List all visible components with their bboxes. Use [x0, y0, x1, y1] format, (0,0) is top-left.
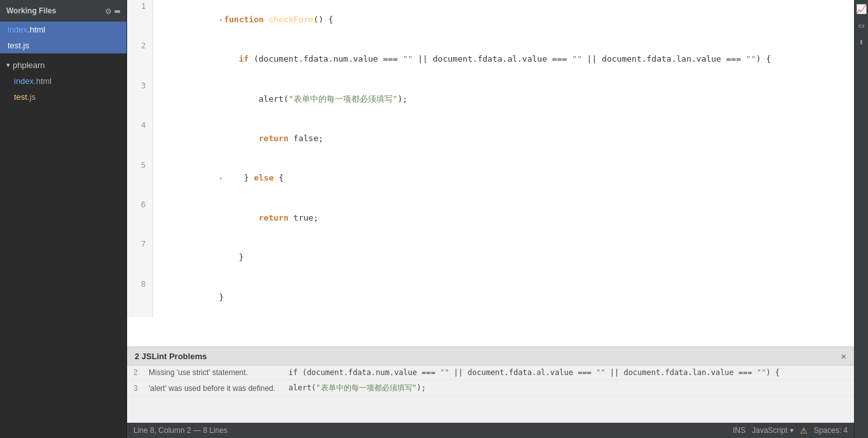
code-line-6: 6 return true;: [127, 198, 854, 238]
code-line-3: 3 alert("表单中的每一项都必须填写");: [127, 79, 854, 119]
code-line-5: 5 ▾ } else {: [127, 159, 854, 198]
problems-panel: 2 JSLint Problems ✕ 2 Missing 'use stric…: [127, 346, 854, 423]
problem-row-1: 2 Missing 'use strict' statement. if (do…: [127, 366, 854, 380]
folder-name: phplearn: [13, 60, 45, 70]
folder-label-phplearn[interactable]: ▾ phplearn: [0, 57, 126, 73]
folder-file-testjs[interactable]: test.js: [6, 89, 126, 105]
problems-header: 2 JSLint Problems ✕: [127, 347, 854, 366]
line-code-2: if (document.fdata.num.value === "" || d…: [153, 39, 854, 79]
line-num-6: 6: [127, 198, 153, 238]
file-name-testjs: test.js: [8, 41, 29, 50]
right-toolbar: 📈 ▭ ⬆: [854, 0, 868, 438]
status-left: Line 8, Column 2 — 8 Lines: [133, 426, 227, 435]
code-line-7: 7 }: [127, 238, 854, 277]
problem-code-2: alert("表单中的每一项都必须填写");: [288, 383, 426, 394]
toolbar-icon-upload[interactable]: ⬆: [857, 36, 865, 48]
folder-files: index.html test.js: [0, 73, 126, 105]
line-code-3: alert("表单中的每一项都必须填写");: [153, 79, 854, 119]
sidebar-header-icons: ⚙ ▬: [105, 6, 120, 16]
sidebar-header: Working Files ⚙ ▬: [0, 0, 126, 22]
folder-section: ▾ phplearn index.html test.js: [0, 57, 126, 105]
code-line-8: 8 }: [127, 278, 854, 317]
status-warning: ⚠: [800, 426, 808, 435]
line-code-8: }: [153, 278, 854, 317]
code-line-4: 4 return false;: [127, 119, 854, 158]
folder-file-index[interactable]: index.html: [6, 73, 126, 89]
problems-close-button[interactable]: ✕: [841, 351, 846, 361]
warning-icon: ⚠: [800, 426, 808, 435]
settings-icon[interactable]: ⚙: [105, 6, 111, 16]
folder-file-testjs-name: test: [14, 92, 27, 102]
status-spaces: Spaces: 4: [814, 426, 848, 435]
status-ins: INS: [733, 426, 745, 435]
code-table: 1 ▾function checkForm() { 2 if (document…: [127, 0, 854, 317]
line-num-5: 5: [127, 159, 153, 198]
fold-arrow-5[interactable]: ▾: [219, 175, 222, 182]
line-num-2: 2: [127, 39, 153, 79]
problem-code-1: if (document.fdata.num.value === "" || d…: [288, 368, 780, 377]
line-num-8: 8: [127, 278, 153, 317]
line-num-3: 3: [127, 79, 153, 119]
line-code-7: }: [153, 238, 854, 277]
code-line-1: 1 ▾function checkForm() {: [127, 0, 854, 39]
line-code-6: return true;: [153, 198, 854, 238]
sidebar: Working Files ⚙ ▬ index.html test.js ▾ p…: [0, 0, 127, 438]
file-name-index: index: [8, 25, 27, 34]
editor-area[interactable]: 1 ▾function checkForm() { 2 if (document…: [127, 0, 854, 346]
code-line-2: 2 if (document.fdata.num.value === "" ||…: [127, 39, 854, 79]
line-code-1: ▾function checkForm() {: [153, 0, 854, 39]
status-position: Line 8, Column 2 — 8 Lines: [133, 426, 227, 435]
problem-line-2: 3: [133, 384, 149, 393]
line-code-5: ▾ } else {: [153, 159, 854, 198]
problem-desc-2: 'alert' was used before it was defined.: [149, 384, 288, 393]
line-code-4: return false;: [153, 119, 854, 158]
working-files-list: index.html test.js: [0, 22, 126, 53]
line-num-7: 7: [127, 238, 153, 277]
toolbar-icon-layers[interactable]: ▭: [857, 19, 865, 32]
problem-line-1: 2: [133, 368, 149, 377]
line-num-1: 1: [127, 0, 153, 39]
status-bar: Line 8, Column 2 — 8 Lines INS JavaScrip…: [127, 423, 854, 438]
main-area: 1 ▾function checkForm() { 2 if (document…: [127, 0, 854, 438]
problem-desc-1: Missing 'use strict' statement.: [149, 368, 288, 377]
problem-row-2: 3 'alert' was used before it was defined…: [127, 380, 854, 397]
collapse-icon[interactable]: ▬: [115, 6, 120, 16]
working-file-item-testjs[interactable]: test.js: [0, 38, 126, 53]
sidebar-title: Working Files: [6, 6, 56, 15]
status-right: INS JavaScript ▾ ⚠ Spaces: 4: [733, 426, 848, 435]
status-language[interactable]: JavaScript ▾: [752, 426, 793, 435]
folder-arrow: ▾: [6, 61, 10, 69]
problems-title: 2 JSLint Problems: [135, 352, 207, 361]
line-num-4: 4: [127, 119, 153, 158]
folder-file-index-name: index: [14, 76, 34, 86]
working-file-item-index[interactable]: index.html: [0, 22, 126, 38]
fold-arrow-1[interactable]: ▾: [219, 17, 222, 24]
toolbar-icon-chart[interactable]: 📈: [855, 3, 868, 15]
